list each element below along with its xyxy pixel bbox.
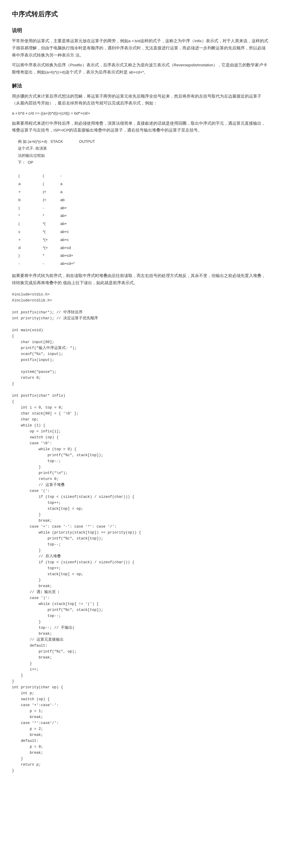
table-row: a(a xyxy=(19,180,86,188)
example-intro-text: 例 如 (a+b)*(c+d) STACK OUTPUT 这个式子, 依演算 法… xyxy=(18,138,95,166)
table-cell: *(+ xyxy=(43,236,60,244)
table-cell: a xyxy=(19,180,42,188)
code-block: #include<stdio.h> #include<stdlib.h> int… xyxy=(12,291,269,774)
solution-heading: 解法 xyxy=(12,82,269,90)
table-body: ((-a(a+(+ab(+ab)-ab+**ab+(*(ab+c*(ab+c+*… xyxy=(19,172,86,268)
table-cell: (+ xyxy=(43,188,60,196)
description-p2: 可以将中序表示式转换为后序（Postfix）表示式，后序表示式又称之为逆向波兰表… xyxy=(12,62,269,75)
table-row: d*(+ab+cd xyxy=(19,244,86,252)
after-table-text: 如果要将中序式转为前序式，则在读取中序式时堆叠由后往前读取，而左右括号的处理方式… xyxy=(12,272,269,286)
table-row: ((- xyxy=(19,172,86,180)
table-cell: ) xyxy=(19,205,42,212)
table-cell: a xyxy=(60,180,86,188)
table-cell: c xyxy=(19,228,42,236)
table-cell: - xyxy=(60,172,86,180)
table-cell: *(+ xyxy=(43,244,60,252)
table-row: c*(ab+c xyxy=(19,228,86,236)
table-cell: - xyxy=(43,260,60,268)
table-row: )*ab+cd+ xyxy=(19,252,86,259)
table-cell: ab+ xyxy=(60,220,86,228)
example-container: 例 如 (a+b)*(c+d) STACK OUTPUT 这个式子, 依演算 法… xyxy=(18,138,269,166)
description-p1: 平常所使用的运算式，主要是将运算元放在运算子的两旁，例如a＋b/d这样的式子，这… xyxy=(12,37,269,59)
col-op xyxy=(19,170,42,172)
table-row: (*(ab+ xyxy=(19,220,86,228)
table-cell: ) xyxy=(19,252,42,259)
table-cell: + xyxy=(19,236,42,244)
table-header xyxy=(19,170,86,172)
table-cell: a xyxy=(60,188,86,196)
table-row: )-ab+ xyxy=(19,205,86,212)
table-cell: d xyxy=(19,244,42,252)
table-row: +*(+ab+c xyxy=(19,236,86,244)
table-cell: b xyxy=(19,196,42,204)
table-cell: (+ xyxy=(43,196,60,204)
table-cell: * xyxy=(19,212,42,220)
table-cell: ( xyxy=(19,220,42,228)
table-cell: ab xyxy=(60,196,86,204)
table-cell: - xyxy=(19,260,42,268)
table-cell: ( xyxy=(19,172,42,180)
description-section: 说明 平常所使用的运算式，主要是将运算元放在运算子的两旁，例如a＋b/d这样的式… xyxy=(12,27,269,75)
table-cell: ab+ xyxy=(60,212,86,220)
table-cell: ab+cd+* xyxy=(60,260,86,268)
table-row: --ab+cd+* xyxy=(19,260,86,268)
table-cell: ab+c xyxy=(60,236,86,244)
table-cell: * xyxy=(43,212,60,220)
solution-p2: a＋b*d＋c/d => ((a+(b*d))+(c/d)) = bd*+cd/… xyxy=(12,110,269,117)
col-stack xyxy=(43,170,60,172)
table-cell: *( xyxy=(43,228,60,236)
table-cell: ab+cd+ xyxy=(60,252,86,259)
table-cell: - xyxy=(43,205,60,212)
table-row: b(+ab xyxy=(19,196,86,204)
code-section: #include<stdio.h> #include<stdlib.h> int… xyxy=(12,291,269,774)
page-title: 中序式转后序式 xyxy=(12,9,269,19)
table-row: +(+a xyxy=(19,188,86,196)
table-cell: ab+ xyxy=(60,205,86,212)
table-cell: ab+cd xyxy=(60,244,86,252)
col-output xyxy=(60,170,86,172)
example-table: ((-a(a+(+ab(+ab)-ab+**ab+(*(ab+c*(ab+c+*… xyxy=(18,170,87,268)
solution-section: 解法 用步骤的方式来计算后序式想法的范畴，将运算子两旁的运算元依先后顺序全括号起… xyxy=(12,82,269,286)
table-cell: *( xyxy=(43,220,60,228)
table-cell: ( xyxy=(43,172,60,180)
solution-p1: 用步骤的方式来计算后序式想法的范畴，将运算子两旁的运算元依先后顺序全括号起来，然… xyxy=(12,93,269,107)
solution-p3: 如果要用程式来进行中序转后序，则必须使用堆疊，演算法很简单，直接叙述的话就是使用… xyxy=(12,120,269,134)
table-row: **ab+ xyxy=(19,212,86,220)
description-heading: 说明 xyxy=(12,27,269,34)
table-cell: * xyxy=(43,252,60,259)
table-cell: ab+c xyxy=(60,228,86,236)
table-cell: ( xyxy=(43,180,60,188)
table-cell: + xyxy=(19,188,42,196)
